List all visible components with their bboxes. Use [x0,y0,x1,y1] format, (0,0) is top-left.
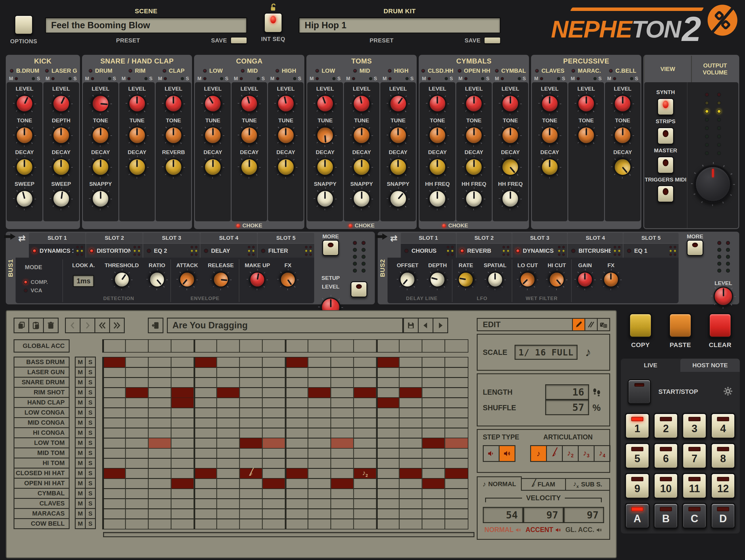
step-cell[interactable] [445,509,468,519]
mute-button[interactable]: M [346,76,355,82]
step-cell[interactable] [217,418,240,428]
step-cell[interactable] [194,519,217,529]
articulation-note4-button[interactable]: ♪4 [594,445,610,462]
step-cell[interactable] [399,479,422,488]
channel-header-mid[interactable]: MID [344,66,380,75]
step-cell[interactable] [377,428,399,438]
step-cell[interactable] [308,448,331,458]
solo-button[interactable]: S [518,76,526,82]
decay-knob[interactable] [614,158,631,176]
mode-option-comp[interactable]: COMP. [24,279,62,285]
row-solo-button[interactable]: S [85,518,96,529]
length-display[interactable]: 16 [545,384,589,400]
swap-slots-icon[interactable]: ⇄ [388,233,400,243]
tune-knob[interactable] [389,126,407,144]
view-strips-button[interactable] [657,127,674,145]
step-cell[interactable] [331,388,354,397]
step-cell[interactable] [103,458,126,468]
step-cell[interactable] [377,519,399,529]
step-cell[interactable] [217,489,240,498]
step-cell[interactable] [331,489,354,498]
step-cell[interactable] [126,398,149,408]
attack-knob[interactable] [179,272,195,288]
next-pattern-button[interactable] [80,318,95,333]
step-cell[interactable] [149,388,171,397]
step-cell[interactable] [194,489,217,498]
step-cell[interactable] [285,368,308,377]
sequencer-scrollbar[interactable] [103,532,475,537]
step-cell[interactable] [399,428,422,438]
step-cell[interactable] [308,458,331,468]
step-cell[interactable] [149,448,171,458]
step-cell[interactable] [285,479,308,488]
level-knob[interactable] [389,95,407,112]
step-cell[interactable] [194,340,217,352]
step-cell[interactable] [217,340,240,352]
import-pattern-button[interactable] [148,318,163,333]
step-cell[interactable] [308,368,331,377]
channel-header-cymbal[interactable]: CYMBAL [493,66,528,75]
slot-tab-slot-4[interactable]: SLOT 4 [200,233,257,243]
row-solo-button[interactable]: S [85,448,96,458]
solo-button[interactable]: S [445,76,453,82]
solo-button[interactable]: S [406,76,414,82]
step-cell[interactable] [262,368,285,377]
row-label-rim-shot[interactable]: RIM SHOT [13,387,70,398]
copy-button[interactable]: COPY [629,313,652,349]
step-cell[interactable] [171,418,194,428]
look-a-display[interactable]: 1ms [73,275,94,287]
step-cell[interactable] [445,468,468,478]
step-cell[interactable] [308,509,331,519]
step-cell[interactable] [194,388,217,397]
level-knob[interactable] [714,286,733,306]
step-cell[interactable] [377,418,399,428]
fx-module-eq-1[interactable]: EQ 1 [623,244,679,258]
step-cell[interactable] [103,499,126,509]
channel-header-high[interactable]: HIGH [268,66,303,75]
step-cell[interactable] [149,519,171,529]
tab-host-note[interactable]: HOST NOTE [680,359,740,372]
output-volume-knob[interactable] [694,165,732,203]
row-label-low-conga[interactable]: LOW CONGA [13,407,70,418]
step-cell[interactable] [240,458,262,468]
channel-header-mid[interactable]: MID [232,66,267,75]
channel-header-c-bell[interactable]: C.BELL [605,66,641,75]
step-cell[interactable] [217,357,240,367]
step-cell[interactable] [103,489,126,498]
step-cell[interactable] [240,509,262,519]
fx-module-filter[interactable]: FILTER [258,244,314,258]
step-cell[interactable] [445,340,468,352]
pattern-pad-9[interactable]: 9 [625,473,650,499]
step-cell[interactable] [217,509,240,519]
step-cell[interactable] [331,468,354,478]
step-cell[interactable] [262,398,285,408]
step-cell[interactable] [217,499,240,509]
mute-button[interactable]: M [571,76,580,82]
solo-button[interactable]: S [108,76,116,82]
pencil-tool-button[interactable] [572,318,585,331]
step-cell[interactable] [308,398,331,408]
step-cell[interactable] [377,499,399,509]
row-solo-button[interactable]: S [85,427,96,438]
tune-knob[interactable] [128,126,146,144]
reverb-knob[interactable] [165,158,183,176]
step-cell[interactable] [399,438,422,448]
step-cell[interactable] [171,448,194,458]
step-cell[interactable] [126,438,149,448]
step-cell[interactable] [171,398,194,408]
tone-knob[interactable] [92,126,109,144]
step-cell[interactable] [354,340,377,352]
level-knob[interactable] [92,95,109,112]
articulation-note3-button[interactable]: ♪3 [578,445,594,462]
step-cell[interactable] [399,368,422,377]
shuffle-display[interactable]: 57 [545,399,589,415]
step-cell[interactable] [354,408,377,418]
step-cell[interactable] [399,499,422,509]
ratio-knob[interactable] [149,272,165,288]
row-solo-button[interactable]: S [85,438,96,448]
step-cell[interactable] [285,398,308,408]
scene-save-button[interactable] [230,37,247,44]
step-cell[interactable] [194,418,217,428]
step-cell[interactable] [308,378,331,387]
step-cell[interactable] [194,408,217,418]
